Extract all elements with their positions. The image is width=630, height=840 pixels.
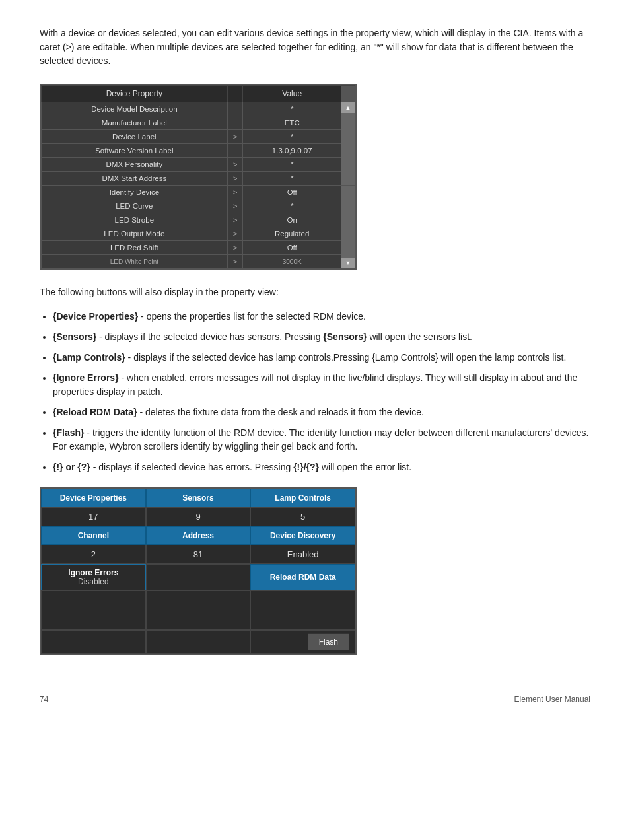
bullet-text: - triggers the identity function of the … xyxy=(53,427,588,452)
bullet-text: will open the sensors list. xyxy=(369,332,472,342)
table-row: DMX Start Address > * xyxy=(42,172,355,186)
bullet-text: - displays if selected device has errors… xyxy=(93,462,293,472)
property-cell: Identify Device xyxy=(42,186,228,199)
sensors-button[interactable]: Sensors xyxy=(146,489,251,507)
scrollbar-up[interactable]: ▲ xyxy=(341,102,355,186)
bullet-bold-inline: {!}/{?} xyxy=(293,462,319,472)
device-discovery-button[interactable]: Device Discovery xyxy=(250,526,355,545)
bullet-bold: {Flash} xyxy=(53,427,84,438)
col-header-value: Value xyxy=(243,86,341,102)
table-row: LED Curve > * xyxy=(42,199,355,213)
property-cell: LED Red Shift xyxy=(42,241,228,255)
table-row: LED Red Shift > Off xyxy=(42,241,355,255)
property-cell: DMX Personality xyxy=(42,158,228,172)
table-row: Software Version Label 1.3.0,9.0.07 xyxy=(42,144,355,158)
caret-cell: > xyxy=(227,213,243,227)
bullet-text: - displays if the selected device has se… xyxy=(99,332,323,342)
page-number: 74 xyxy=(40,695,48,704)
property-cell: Device Label xyxy=(42,130,228,144)
col-header-property: Device Property xyxy=(42,86,228,102)
table-row: Manufacturer Label ETC xyxy=(42,116,355,130)
bullet-text: - deletes the fixture data from the desk… xyxy=(139,407,423,417)
property-cell: Device Model Description xyxy=(42,102,228,116)
panel-value-row-2: 2 81 Enabled xyxy=(41,545,355,564)
intro-paragraph: With a device or devices selected, you c… xyxy=(40,26,590,68)
panel-button-row: Device Properties Sensors Lamp Controls xyxy=(41,489,355,507)
value-cell: * xyxy=(243,158,341,172)
value-cell: ETC xyxy=(243,116,341,130)
bullet-bold: {Reload RDM Data} xyxy=(53,407,137,417)
ignore-errors-sub: Disabled xyxy=(78,577,109,589)
manual-title: Element User Manual xyxy=(514,695,590,704)
table-row: Device Label > * xyxy=(42,130,355,144)
list-item: {Sensors} - displays if the selected dev… xyxy=(53,330,590,344)
bullet-bold: {Lamp Controls} xyxy=(53,352,125,363)
table-row: Device Model Description * ▲ xyxy=(42,102,355,116)
bullet-bold: {Sensors} xyxy=(53,332,96,342)
bullet-bold: {Device Properties} xyxy=(53,311,138,322)
table-row: LED Strobe > On xyxy=(42,213,355,227)
bullet-text: - opens the properties list for the sele… xyxy=(141,311,366,322)
panel-blank-2 xyxy=(41,590,146,630)
value-cell: 3000K xyxy=(243,255,341,269)
caret-cell: > xyxy=(227,172,243,186)
ignore-errors-cell[interactable]: Ignore Errors Disabled xyxy=(41,564,146,590)
device-properties-button[interactable]: Device Properties xyxy=(41,489,146,507)
caret-cell: > xyxy=(227,199,243,213)
property-cell: LED Output Mode xyxy=(42,227,228,241)
caret-cell xyxy=(227,116,243,130)
property-table: Device Property Value Device Model Descr… xyxy=(41,85,355,269)
table-row: Identify Device > Off ▼ xyxy=(42,186,355,199)
scrollbar-down[interactable]: ▼ xyxy=(341,186,355,269)
table-row: DMX Personality > * xyxy=(42,158,355,172)
scrollbar-header xyxy=(341,86,355,102)
bullet-text: - when enabled, errors messages will not… xyxy=(53,372,577,397)
caret-cell: > xyxy=(227,241,243,255)
property-cell: Software Version Label xyxy=(42,144,228,158)
value-cell: On xyxy=(243,213,341,227)
address-button[interactable]: Address xyxy=(146,526,251,545)
value-cell: 1.3.0,9.0.07 xyxy=(243,144,341,158)
property-cell: LED Strobe xyxy=(42,213,228,227)
property-table-wrapper: Device Property Value Device Model Descr… xyxy=(40,84,357,270)
panel-value-row-1: 17 9 5 xyxy=(41,507,355,526)
property-cell: LED Curve xyxy=(42,199,228,213)
channel-button[interactable]: Channel xyxy=(41,526,146,545)
property-cell: Manufacturer Label xyxy=(42,116,228,130)
bullet-bold-inline: {Sensors} xyxy=(323,332,367,342)
value-cell: * xyxy=(243,102,341,116)
list-item: {Device Properties} - opens the properti… xyxy=(53,310,590,324)
value-cell: Regulated xyxy=(243,227,341,241)
bullet-text: will open the error list. xyxy=(322,462,411,472)
flash-cell: Flash xyxy=(250,630,355,654)
ignore-errors-label: Ignore Errors xyxy=(68,565,118,577)
value-cell: Off xyxy=(243,241,341,255)
list-item: {Flash} - triggers the identity function… xyxy=(53,426,590,454)
lamp-controls-value: 5 xyxy=(250,507,355,526)
panel-blank-1 xyxy=(146,564,251,590)
panel-empty-row xyxy=(41,590,355,630)
channel-value: 2 xyxy=(41,545,146,564)
panel-blank-5 xyxy=(41,630,146,654)
bullet-bold: {Ignore Errors} xyxy=(53,372,119,383)
value-cell: * xyxy=(243,130,341,144)
lamp-controls-button[interactable]: Lamp Controls xyxy=(250,489,355,507)
device-properties-value: 17 xyxy=(41,507,146,526)
address-value: 81 xyxy=(146,545,251,564)
panel-flash-row: Flash xyxy=(41,630,355,654)
caret-cell: > xyxy=(227,158,243,172)
panel-button-row-2: Channel Address Device Discovery xyxy=(41,526,355,545)
device-panel: Device Properties Sensors Lamp Controls … xyxy=(40,487,357,655)
table-row: LED Output Mode > Regulated xyxy=(42,227,355,241)
caret-cell xyxy=(227,102,243,116)
panel-blank-4 xyxy=(250,590,355,630)
col-header-caret xyxy=(227,86,243,102)
flash-button[interactable]: Flash xyxy=(308,633,349,650)
property-cell: DMX Start Address xyxy=(42,172,228,186)
panel-blank-3 xyxy=(146,590,251,630)
page-footer: 74 Element User Manual xyxy=(40,695,590,704)
value-cell: * xyxy=(243,172,341,186)
reload-rdm-data-button[interactable]: Reload RDM Data xyxy=(250,564,355,590)
table-row: LED White Point > 3000K xyxy=(42,255,355,269)
value-cell: Off xyxy=(243,186,341,199)
